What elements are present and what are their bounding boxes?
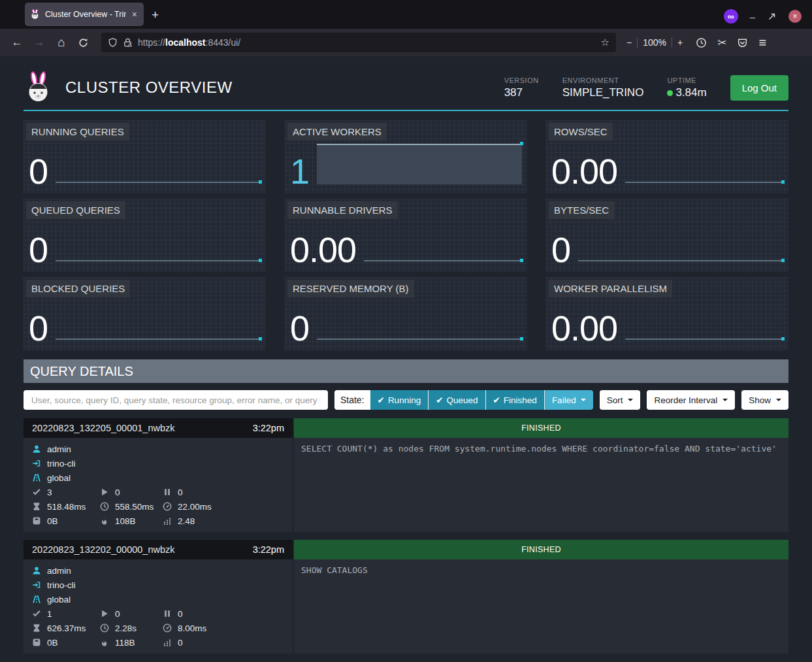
- chevron-down-icon: [581, 399, 586, 401]
- parallelism-equalizer-icon: [163, 638, 172, 647]
- browser-tab-bar: Cluster Overview - Trino × + ∞ – ×: [0, 0, 812, 29]
- queued-splits-pause-icon: [163, 488, 172, 497]
- menu-icon[interactable]: ≡: [758, 35, 766, 50]
- state-queued-button[interactable]: ✔ Queued: [428, 390, 485, 410]
- stat-tile-bytes-sec: BYTES/SEC 0: [546, 199, 788, 272]
- screenshot-scissors-icon[interactable]: ✂: [717, 36, 726, 50]
- query-info-panel: 20220823_132205_00001_nwbzk 3:22pm admin…: [24, 418, 293, 532]
- sparkline-dot: [259, 259, 262, 262]
- splits-running: 0: [115, 609, 120, 619]
- home-icon[interactable]: ⌂: [52, 35, 71, 50]
- query-text[interactable]: SELECT COUNT(*) as nodes FROM system.run…: [294, 438, 788, 532]
- query-info-panel: 20220823_132202_00000_nwbzk 3:22pm admin…: [24, 540, 293, 654]
- sparkline-dot: [259, 337, 262, 340]
- version-value: 387: [504, 86, 539, 99]
- divider: [637, 37, 638, 48]
- reload-icon[interactable]: [78, 37, 89, 48]
- logout-button[interactable]: Log Out: [730, 75, 788, 101]
- query-time: 3:22pm: [253, 423, 284, 433]
- lock-warning-icon[interactable]: [123, 37, 133, 48]
- back-icon[interactable]: ←: [8, 36, 26, 49]
- zoom-out-button[interactable]: −: [626, 37, 632, 48]
- query-text[interactable]: SHOW CATALOGS: [294, 559, 788, 654]
- stat-value: 0: [551, 233, 570, 267]
- stat-tile-rows-sec: ROWS/SEC 0.00: [546, 120, 788, 193]
- stat-value: 0.00: [551, 312, 617, 345]
- state-running-button[interactable]: ✔ Running: [370, 390, 429, 410]
- memory: 0B: [47, 638, 58, 648]
- forward-icon[interactable]: →: [30, 36, 48, 49]
- sort-dropdown[interactable]: Sort: [600, 390, 641, 410]
- stat-label: ROWS/SEC: [549, 123, 613, 141]
- shield-icon[interactable]: [108, 37, 118, 48]
- cpu-time: 22.00ms: [178, 502, 212, 512]
- sparkline: [56, 277, 262, 345]
- window-minimize-button[interactable]: –: [750, 11, 755, 22]
- sparkline: [56, 120, 262, 188]
- splits-done: 3: [47, 488, 52, 497]
- queued-time: 518.48ms: [47, 502, 86, 512]
- check-icon: ✔: [378, 395, 385, 405]
- state-finished-button[interactable]: ✔ Finished: [485, 390, 544, 410]
- query-filter-toolbar: State: ✔ Running ✔ Queued ✔ Finished Fai…: [24, 390, 788, 410]
- query-id-link[interactable]: 20220823_132205_00001_nwbzk: [32, 423, 175, 433]
- stat-tile-active-workers: ACTIVE WORKERS 1: [285, 120, 527, 193]
- source-login-icon: [32, 580, 41, 589]
- elapsed-time: 2.28s: [115, 623, 137, 633]
- state-filter-label: State:: [334, 390, 370, 410]
- parallelism: 2.48: [178, 516, 195, 526]
- query-details-header: QUERY DETAILS: [24, 359, 788, 383]
- url-text[interactable]: https://localhost:8443/ui/: [138, 37, 596, 48]
- pocket-icon[interactable]: [737, 37, 748, 48]
- user-icon: [32, 566, 41, 575]
- memory: 0B: [47, 516, 58, 526]
- sparkline-dot: [520, 142, 523, 145]
- environment-label: ENVIRONMENT: [562, 76, 644, 84]
- new-tab-button[interactable]: +: [152, 8, 159, 22]
- stat-value: 0: [290, 312, 309, 345]
- trino-favicon-icon: [30, 9, 41, 20]
- chevron-down-icon: [723, 399, 728, 401]
- query-row: 20220823_132205_00001_nwbzk 3:22pm admin…: [24, 418, 788, 532]
- query-resource-group: global: [47, 595, 71, 604]
- window-maximize-button[interactable]: [767, 12, 777, 22]
- check-icon: ✔: [493, 395, 500, 405]
- browser-tab[interactable]: Cluster Overview - Trino ×: [25, 3, 144, 26]
- cpu-time: 8.00ms: [178, 623, 206, 633]
- queued-splits-pause-icon: [163, 609, 172, 618]
- reorder-interval-dropdown[interactable]: Reorder Interval: [647, 390, 735, 410]
- query-search-input[interactable]: [24, 390, 328, 410]
- cluster-stats-grid: RUNNING QUERIES 0 ACTIVE WORKERS 1 ROWS/…: [24, 120, 788, 350]
- stat-value: 1: [290, 155, 309, 188]
- tab-title: Cluster Overview - Trino: [45, 10, 126, 19]
- uptime-status-dot: [667, 90, 673, 96]
- history-clock-icon[interactable]: [696, 37, 707, 48]
- uptime-label: UPTIME: [667, 76, 706, 84]
- elapsed-time-clock-icon: [100, 623, 109, 633]
- stat-value: 0: [29, 155, 48, 188]
- show-dropdown[interactable]: Show: [741, 390, 788, 410]
- sparkline-dot: [781, 259, 785, 262]
- query-user: admin: [47, 566, 71, 576]
- state-failed-dropdown[interactable]: Failed: [544, 390, 593, 410]
- url-bar[interactable]: https://localhost:8443/ui/ ☆: [101, 33, 616, 52]
- zoom-in-button[interactable]: +: [677, 37, 683, 48]
- tab-close-icon[interactable]: ×: [131, 10, 138, 19]
- zoom-level[interactable]: 100%: [643, 37, 666, 48]
- query-status-badge: FINISHED: [294, 418, 788, 438]
- user-icon: [32, 444, 41, 454]
- sparkline: [625, 120, 785, 188]
- window-close-button[interactable]: ×: [788, 10, 802, 23]
- sparkline: [56, 199, 262, 267]
- completed-splits-check-icon: [32, 609, 41, 618]
- page-header: CLUSTER OVERVIEW VERSION 387 ENVIRONMENT…: [24, 65, 788, 111]
- check-icon: ✔: [436, 395, 443, 405]
- completed-splits-check-icon: [32, 488, 41, 497]
- trino-logo-icon: [24, 71, 54, 105]
- query-status-badge: FINISHED: [294, 540, 788, 559]
- query-id-link[interactable]: 20220823_132202_00000_nwbzk: [32, 544, 175, 555]
- running-splits-play-icon: [100, 609, 109, 618]
- bookmark-star-icon[interactable]: ☆: [601, 37, 609, 48]
- splits-queued: 0: [178, 488, 183, 497]
- cumulative-memory-fire-icon: [100, 638, 109, 647]
